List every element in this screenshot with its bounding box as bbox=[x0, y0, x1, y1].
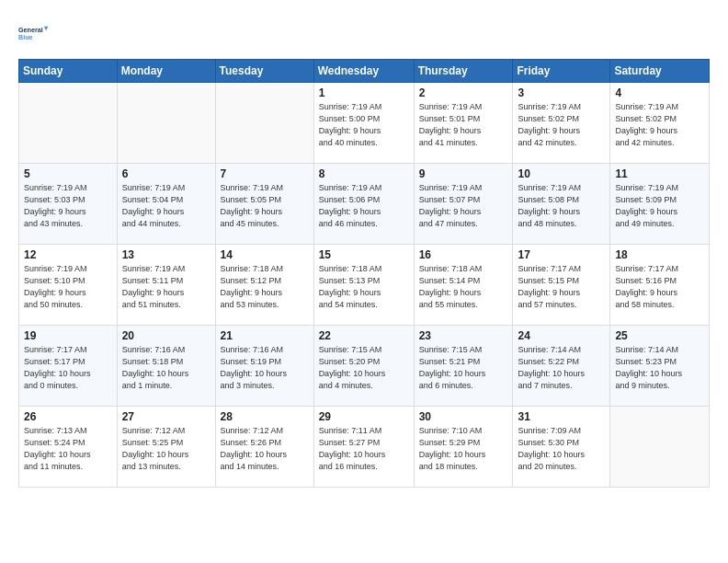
day-cell: 1Sunrise: 7:19 AM Sunset: 5:00 PM Daylig… bbox=[313, 83, 414, 164]
day-number: 28 bbox=[221, 410, 309, 423]
day-info: Sunrise: 7:18 AM Sunset: 5:14 PM Dayligh… bbox=[419, 263, 508, 311]
logo: GeneralBlue bbox=[18, 17, 51, 50]
day-info: Sunrise: 7:19 AM Sunset: 5:11 PM Dayligh… bbox=[122, 263, 210, 311]
day-info: Sunrise: 7:14 AM Sunset: 5:23 PM Dayligh… bbox=[615, 344, 704, 392]
day-number: 12 bbox=[24, 248, 112, 261]
day-header-wednesday: Wednesday bbox=[313, 60, 414, 83]
day-cell: 22Sunrise: 7:15 AM Sunset: 5:20 PM Dayli… bbox=[313, 326, 414, 407]
week-row-3: 12Sunrise: 7:19 AM Sunset: 5:10 PM Dayli… bbox=[19, 245, 710, 326]
day-info: Sunrise: 7:16 AM Sunset: 5:18 PM Dayligh… bbox=[122, 344, 210, 392]
day-number: 31 bbox=[518, 410, 605, 423]
day-info: Sunrise: 7:19 AM Sunset: 5:00 PM Dayligh… bbox=[319, 101, 409, 149]
day-number: 14 bbox=[221, 248, 309, 261]
day-number: 29 bbox=[319, 410, 409, 423]
day-number: 27 bbox=[122, 410, 210, 423]
day-cell: 10Sunrise: 7:19 AM Sunset: 5:08 PM Dayli… bbox=[513, 164, 610, 245]
day-cell bbox=[19, 83, 118, 164]
day-info: Sunrise: 7:19 AM Sunset: 5:06 PM Dayligh… bbox=[319, 182, 409, 230]
day-cell: 24Sunrise: 7:14 AM Sunset: 5:22 PM Dayli… bbox=[513, 326, 610, 407]
day-header-thursday: Thursday bbox=[414, 60, 513, 83]
day-cell: 8Sunrise: 7:19 AM Sunset: 5:06 PM Daylig… bbox=[313, 164, 414, 245]
day-info: Sunrise: 7:19 AM Sunset: 5:03 PM Dayligh… bbox=[24, 182, 112, 230]
day-info: Sunrise: 7:17 AM Sunset: 5:15 PM Dayligh… bbox=[518, 263, 605, 311]
day-info: Sunrise: 7:13 AM Sunset: 5:24 PM Dayligh… bbox=[24, 425, 112, 473]
day-number: 1 bbox=[319, 86, 409, 99]
day-info: Sunrise: 7:15 AM Sunset: 5:21 PM Dayligh… bbox=[419, 344, 508, 392]
day-info: Sunrise: 7:12 AM Sunset: 5:26 PM Dayligh… bbox=[221, 425, 309, 473]
day-info: Sunrise: 7:19 AM Sunset: 5:09 PM Dayligh… bbox=[615, 182, 704, 230]
day-cell: 29Sunrise: 7:11 AM Sunset: 5:27 PM Dayli… bbox=[313, 407, 414, 488]
day-number: 7 bbox=[221, 167, 309, 180]
day-cell: 5Sunrise: 7:19 AM Sunset: 5:03 PM Daylig… bbox=[19, 164, 118, 245]
day-cell: 17Sunrise: 7:17 AM Sunset: 5:15 PM Dayli… bbox=[513, 245, 610, 326]
header: GeneralBlue bbox=[18, 17, 710, 50]
day-number: 16 bbox=[419, 248, 508, 261]
day-info: Sunrise: 7:16 AM Sunset: 5:19 PM Dayligh… bbox=[221, 344, 309, 392]
day-info: Sunrise: 7:11 AM Sunset: 5:27 PM Dayligh… bbox=[319, 425, 409, 473]
day-info: Sunrise: 7:19 AM Sunset: 5:10 PM Dayligh… bbox=[24, 263, 112, 311]
day-number: 26 bbox=[24, 410, 112, 423]
day-number: 9 bbox=[419, 167, 508, 180]
day-info: Sunrise: 7:09 AM Sunset: 5:30 PM Dayligh… bbox=[518, 425, 605, 473]
day-cell: 18Sunrise: 7:17 AM Sunset: 5:16 PM Dayli… bbox=[610, 245, 710, 326]
day-number: 20 bbox=[122, 329, 210, 342]
day-cell: 30Sunrise: 7:10 AM Sunset: 5:29 PM Dayli… bbox=[414, 407, 513, 488]
day-cell: 19Sunrise: 7:17 AM Sunset: 5:17 PM Dayli… bbox=[19, 326, 118, 407]
day-cell: 12Sunrise: 7:19 AM Sunset: 5:10 PM Dayli… bbox=[19, 245, 118, 326]
day-number: 10 bbox=[518, 167, 605, 180]
day-header-tuesday: Tuesday bbox=[215, 60, 313, 83]
day-cell: 7Sunrise: 7:19 AM Sunset: 5:05 PM Daylig… bbox=[215, 164, 313, 245]
day-number: 3 bbox=[518, 86, 605, 99]
day-cell bbox=[117, 83, 215, 164]
logo-icon: GeneralBlue bbox=[18, 17, 51, 50]
day-cell: 11Sunrise: 7:19 AM Sunset: 5:09 PM Dayli… bbox=[610, 164, 710, 245]
day-cell: 25Sunrise: 7:14 AM Sunset: 5:23 PM Dayli… bbox=[610, 326, 710, 407]
day-number: 13 bbox=[122, 248, 210, 261]
day-number: 30 bbox=[419, 410, 508, 423]
day-number: 17 bbox=[518, 248, 605, 261]
day-info: Sunrise: 7:18 AM Sunset: 5:12 PM Dayligh… bbox=[221, 263, 309, 311]
day-cell bbox=[215, 83, 313, 164]
day-number: 11 bbox=[615, 167, 704, 180]
day-info: Sunrise: 7:17 AM Sunset: 5:16 PM Dayligh… bbox=[615, 263, 704, 311]
header-row: SundayMondayTuesdayWednesdayThursdayFrid… bbox=[19, 60, 710, 83]
week-row-2: 5Sunrise: 7:19 AM Sunset: 5:03 PM Daylig… bbox=[19, 164, 710, 245]
page: GeneralBlue SundayMondayTuesdayWednesday… bbox=[0, 0, 728, 497]
day-info: Sunrise: 7:19 AM Sunset: 5:02 PM Dayligh… bbox=[615, 101, 704, 149]
day-number: 22 bbox=[319, 329, 409, 342]
day-cell: 13Sunrise: 7:19 AM Sunset: 5:11 PM Dayli… bbox=[117, 245, 215, 326]
day-cell: 31Sunrise: 7:09 AM Sunset: 5:30 PM Dayli… bbox=[513, 407, 610, 488]
day-number: 18 bbox=[615, 248, 704, 261]
day-header-friday: Friday bbox=[513, 60, 610, 83]
day-cell: 3Sunrise: 7:19 AM Sunset: 5:02 PM Daylig… bbox=[513, 83, 610, 164]
day-number: 6 bbox=[122, 167, 210, 180]
day-number: 2 bbox=[419, 86, 508, 99]
day-cell: 15Sunrise: 7:18 AM Sunset: 5:13 PM Dayli… bbox=[313, 245, 414, 326]
day-info: Sunrise: 7:15 AM Sunset: 5:20 PM Dayligh… bbox=[319, 344, 409, 392]
day-number: 4 bbox=[615, 86, 704, 99]
day-info: Sunrise: 7:19 AM Sunset: 5:05 PM Dayligh… bbox=[221, 182, 309, 230]
day-cell: 9Sunrise: 7:19 AM Sunset: 5:07 PM Daylig… bbox=[414, 164, 513, 245]
day-number: 8 bbox=[319, 167, 409, 180]
day-info: Sunrise: 7:12 AM Sunset: 5:25 PM Dayligh… bbox=[122, 425, 210, 473]
day-info: Sunrise: 7:18 AM Sunset: 5:13 PM Dayligh… bbox=[319, 263, 409, 311]
day-cell: 20Sunrise: 7:16 AM Sunset: 5:18 PM Dayli… bbox=[117, 326, 215, 407]
day-number: 21 bbox=[221, 329, 309, 342]
week-row-5: 26Sunrise: 7:13 AM Sunset: 5:24 PM Dayli… bbox=[19, 407, 710, 488]
day-info: Sunrise: 7:19 AM Sunset: 5:08 PM Dayligh… bbox=[518, 182, 605, 230]
week-row-1: 1Sunrise: 7:19 AM Sunset: 5:00 PM Daylig… bbox=[19, 83, 710, 164]
day-cell: 16Sunrise: 7:18 AM Sunset: 5:14 PM Dayli… bbox=[414, 245, 513, 326]
day-cell bbox=[610, 407, 710, 488]
day-cell: 14Sunrise: 7:18 AM Sunset: 5:12 PM Dayli… bbox=[215, 245, 313, 326]
day-cell: 28Sunrise: 7:12 AM Sunset: 5:26 PM Dayli… bbox=[215, 407, 313, 488]
day-info: Sunrise: 7:10 AM Sunset: 5:29 PM Dayligh… bbox=[419, 425, 508, 473]
day-cell: 21Sunrise: 7:16 AM Sunset: 5:19 PM Dayli… bbox=[215, 326, 313, 407]
day-info: Sunrise: 7:19 AM Sunset: 5:01 PM Dayligh… bbox=[419, 101, 508, 149]
svg-text:Blue: Blue bbox=[18, 33, 33, 41]
calendar-table: SundayMondayTuesdayWednesdayThursdayFrid… bbox=[18, 59, 710, 488]
svg-text:General: General bbox=[18, 26, 43, 34]
day-info: Sunrise: 7:19 AM Sunset: 5:02 PM Dayligh… bbox=[518, 101, 605, 149]
day-header-monday: Monday bbox=[117, 60, 215, 83]
day-number: 5 bbox=[24, 167, 112, 180]
day-header-saturday: Saturday bbox=[610, 60, 710, 83]
